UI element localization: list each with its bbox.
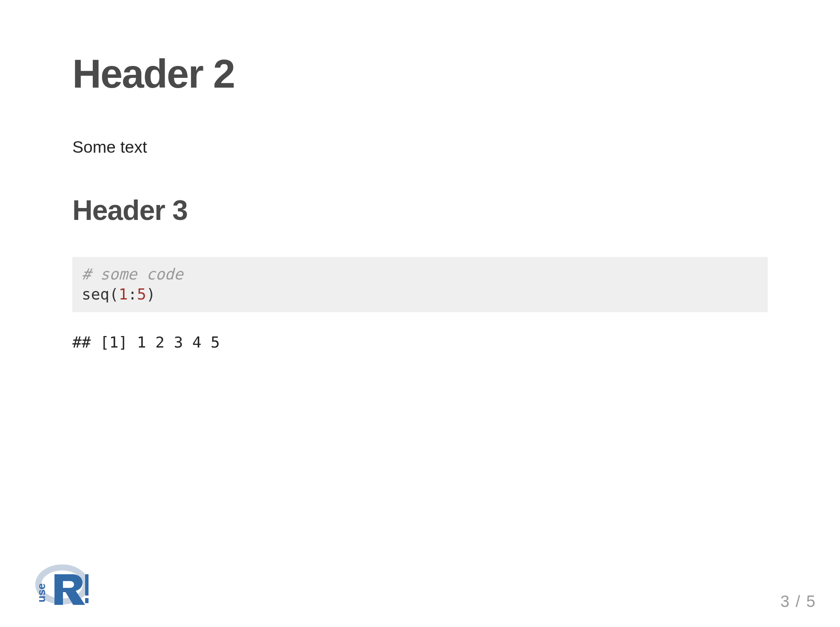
code-num-2: 5 [137, 285, 146, 303]
presentation-slide: Header 2 Some text Header 3 # some code … [0, 0, 840, 627]
code-fn: seq [82, 285, 109, 303]
code-num-1: 1 [119, 285, 128, 303]
svg-rect-2 [85, 598, 89, 603]
slide-header-2: Header 2 [72, 51, 768, 97]
page-number: 3 / 5 [780, 593, 816, 611]
use-r-logo: use [25, 561, 89, 609]
bottom-fade [0, 529, 840, 627]
slide-header-3: Header 3 [72, 194, 768, 226]
code-open-paren: ( [109, 285, 119, 303]
code-output: ## [1] 1 2 3 4 5 [72, 333, 768, 351]
slide-body-text: Some text [72, 138, 768, 157]
code-block: # some code seq(1:5) [72, 257, 768, 312]
code-close-paren: ) [146, 285, 156, 303]
svg-text:use: use [35, 583, 48, 602]
code-colon: : [128, 285, 137, 303]
svg-rect-1 [85, 574, 89, 596]
code-comment: # some code [82, 265, 183, 283]
